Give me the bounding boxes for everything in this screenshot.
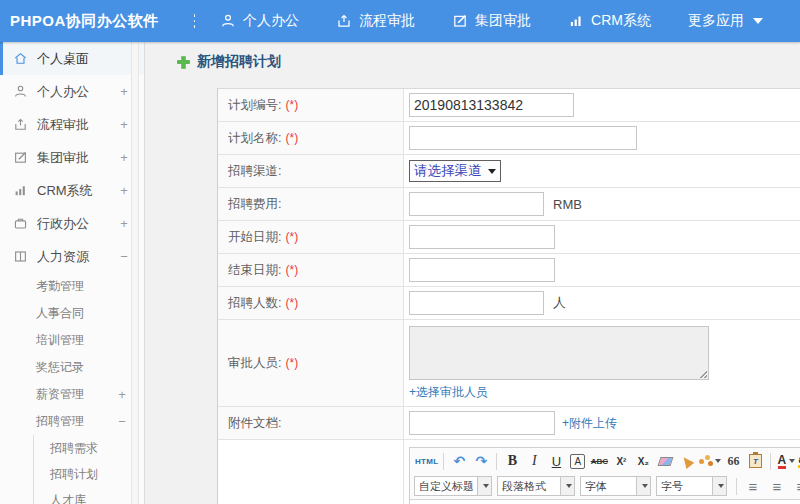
nav-more-apps[interactable]: 更多应用 [688,12,763,30]
plus-icon[interactable]: + [117,387,127,402]
plan-name-input[interactable] [409,126,637,150]
headcount-input[interactable] [409,291,544,315]
nav-personal-office[interactable]: 个人办公 [220,12,299,30]
undo-button[interactable]: ↶ [449,451,469,471]
sidebar-scrollbar[interactable] [131,42,139,504]
plus-icon[interactable]: + [119,117,129,132]
sidebar-subitem-salary[interactable]: 薪资管理 + [0,381,144,408]
sidebar-item-workflow-approval[interactable]: 流程审批 + [0,108,144,141]
caret-button[interactable] [713,476,727,496]
align-right-button[interactable]: ≡ [791,476,800,496]
start-date-input[interactable] [409,225,555,249]
align-center-button[interactable]: ≡ [767,476,787,496]
clear-format-button[interactable] [677,451,697,471]
sidebar-item-hr[interactable]: 人力资源 − [0,240,144,273]
form-row-end-date: 结束日期: (*) [218,254,800,287]
caret-down-icon [715,459,721,463]
source-code-button[interactable]: HTML [415,451,438,471]
blockquote-button[interactable]: 66 [723,451,743,471]
rich-text-editor: HTML ↶ ↷ B I U A ABC X² X₂ [409,447,800,504]
attachment-input[interactable] [409,411,555,435]
editor-toolbar-row1: HTML ↶ ↷ B I U A ABC X² X₂ [410,448,800,473]
minus-icon[interactable]: − [117,414,127,429]
align-left-button[interactable]: ≡ [743,476,763,496]
subitem-label: 招聘管理 [36,413,84,430]
sparkle-icon [699,459,704,464]
brush-icon [680,454,695,469]
sidebar-subitem-recruit-plan[interactable]: 招聘计划 [34,461,144,487]
sidebar-subitem-hr-contract[interactable]: 人事合同 [0,300,144,327]
sidebar-item-group-approval[interactable]: 集团审批 + [0,141,144,174]
form-row-attachment: 附件文档: +附件上传 [218,407,800,440]
subitem-label: 薪资管理 [36,386,84,403]
redo-button[interactable]: ↷ [471,451,491,471]
strikethrough-button[interactable]: ABC [589,451,609,471]
font-color-button[interactable]: A [776,451,796,471]
sidebar-subitem-reward-punish[interactable]: 奖惩记录 [0,354,144,381]
form-row-fee: 招聘费用: RMB [218,188,800,221]
choose-approvers-link[interactable]: +选择审批人员 [409,384,488,401]
attachment-upload-link[interactable]: +附件上传 [562,415,617,432]
sidebar-item-label: 行政办公 [37,215,89,233]
font-size-combo[interactable]: 字号 [656,476,727,496]
editor-content-area[interactable] [410,499,800,504]
bar-chart-icon [13,183,28,198]
sidebar-subitem-recruitment[interactable]: 招聘管理 − [0,408,144,435]
plus-icon[interactable]: + [119,150,129,165]
sidebar-subitem-training[interactable]: 培训管理 [0,327,144,354]
subscript-button[interactable]: X₂ [633,451,653,471]
autotypeset-button[interactable]: A [570,454,585,469]
font-family-combo[interactable]: 字体 [580,476,651,496]
field-label: 开始日期: (*) [218,221,404,253]
nav-crm-system[interactable]: CRM系统 [568,12,651,30]
caret-button[interactable] [478,476,492,496]
approvers-textarea[interactable] [409,326,709,380]
nav-group-approval[interactable]: 集团审批 [452,12,531,30]
sidebar-subitem-attendance[interactable]: 考勤管理 [0,273,144,300]
caret-down-icon [789,459,795,463]
form-row-plan-name: 计划名称: (*) [218,122,800,155]
field-label-empty [218,440,404,504]
fee-input[interactable] [409,192,544,216]
sidebar-item-admin-office[interactable]: 行政办公 + [0,207,144,240]
minus-icon[interactable]: − [119,249,129,264]
sidebar-subitem-recruit-demand[interactable]: 招聘需求 [34,435,144,461]
caret-down-icon [753,18,763,24]
edit-icon [13,150,28,165]
form-row-plan-no: 计划编号: (*) [218,89,800,122]
paragraph-format-combo[interactable]: 段落格式 [497,476,575,496]
custom-title-combo[interactable]: 自定义标题 [414,476,492,496]
recruitment-plan-form: 计划编号: (*) 计划名称: (*) 招聘渠道: [217,88,800,504]
paste-filter-button[interactable]: T [745,451,765,471]
italic-button[interactable]: I [524,451,544,471]
underline-button[interactable]: U [546,451,566,471]
nav-label: 流程审批 [359,12,415,30]
sidebar-item-personal-office[interactable]: 个人办公 + [0,75,144,108]
caret-button[interactable] [637,476,651,496]
required-mark: (*) [285,263,298,277]
plan-no-input[interactable] [409,93,574,117]
plus-icon[interactable]: + [119,183,129,198]
eraser-button[interactable] [655,451,675,471]
superscript-button[interactable]: X² [611,451,631,471]
sidebar-subitem-talent-pool[interactable]: 人才库 [34,487,144,504]
channel-select[interactable]: 请选择渠道 [409,160,501,182]
sidebar-item-personal-desktop[interactable]: 个人桌面 [0,42,144,75]
sidebar-item-crm[interactable]: CRM系统 + [0,174,144,207]
bar-chart-icon [568,13,584,29]
sidebar: 个人桌面 个人办公 + 流程审批 + 集团审批 + [0,42,145,504]
caret-button[interactable] [561,476,575,496]
field-label: 招聘人数: (*) [218,287,404,319]
required-mark: (*) [285,230,298,244]
top-nav: 个人办公 流程审批 集团审批 CRM系统 更多应用 [220,12,800,30]
format-painter-button[interactable] [699,451,721,471]
nav-workflow-approval[interactable]: 流程审批 [336,12,415,30]
recruitment-submenu: 招聘需求 招聘计划 人才库 [33,435,144,504]
plus-icon[interactable]: + [119,216,129,231]
plus-icon[interactable]: + [119,84,129,99]
nav-label: CRM系统 [591,12,651,30]
caret-down-icon [488,169,496,174]
subitem-label: 人事合同 [36,305,84,322]
bold-button[interactable]: B [502,451,522,471]
end-date-input[interactable] [409,258,555,282]
